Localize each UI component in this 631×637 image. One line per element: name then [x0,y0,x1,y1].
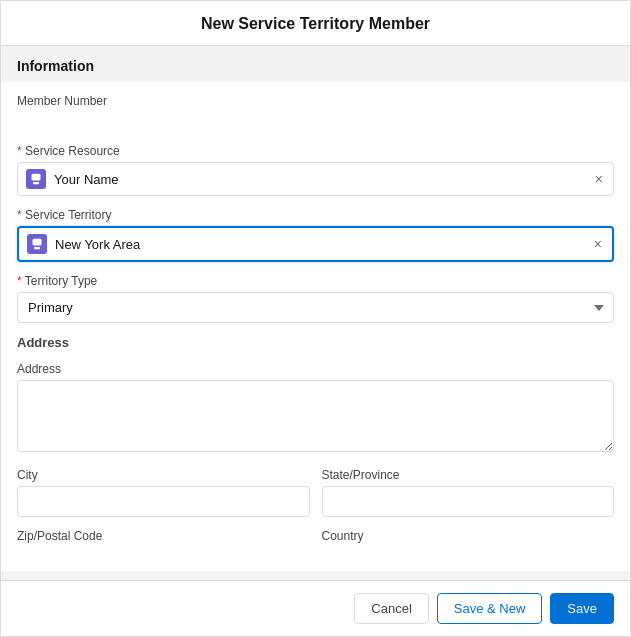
city-field-group: City [17,468,310,517]
country-label: Country [322,529,615,543]
new-service-territory-member-modal: New Service Territory Member Information… [0,0,631,637]
address-field-group: Address [17,362,614,456]
service-resource-label: Service Resource [17,144,614,158]
service-territory-value: New York Area [55,237,592,252]
territory-type-label: Territory Type [17,274,614,288]
address-label: Address [17,362,614,376]
modal-footer: Cancel Save & New Save [1,580,630,636]
territory-type-select-wrapper: Primary Secondary Relocation [17,292,614,323]
svg-rect-0 [32,174,41,181]
service-resource-clear-icon[interactable]: × [593,171,605,187]
service-resource-icon [26,169,46,189]
form-area: Member Number Service Resource Your Name… [1,82,630,571]
city-input[interactable] [17,486,310,517]
city-label: City [17,468,310,482]
person-icon [30,173,42,185]
modal-header: New Service Territory Member [1,1,630,46]
modal-body: Information Member Number Service Resour… [1,46,630,580]
territory-type-select[interactable]: Primary Secondary Relocation [17,292,614,323]
svg-rect-3 [34,247,40,249]
service-territory-icon [27,234,47,254]
service-resource-value: Your Name [54,172,593,187]
service-territory-field-group: Service Territory New York Area × [17,208,614,262]
territory-type-field-group: Territory Type Primary Secondary Relocat… [17,274,614,323]
svg-rect-2 [33,239,42,246]
address-section-label: Address [17,335,614,350]
territory-icon [31,238,43,250]
zip-label: Zip/Postal Code [17,529,310,543]
information-section-header: Information [1,46,630,82]
address-textarea[interactable] [17,380,614,452]
service-resource-input[interactable]: Your Name × [17,162,614,196]
member-number-value [17,112,614,132]
information-section-label: Information [17,58,614,74]
zip-field-group: Zip/Postal Code [17,529,310,547]
state-province-field-group: State/Province [322,468,615,517]
service-territory-clear-icon[interactable]: × [592,236,604,252]
address-section-group: Address [17,335,614,350]
service-resource-field-group: Service Resource Your Name × [17,144,614,196]
save-new-button[interactable]: Save & New [437,593,543,624]
zip-country-row: Zip/Postal Code Country [17,529,614,559]
cancel-button[interactable]: Cancel [354,593,428,624]
save-button[interactable]: Save [550,593,614,624]
member-number-label: Member Number [17,94,614,108]
member-number-field-group: Member Number [17,94,614,132]
state-province-label: State/Province [322,468,615,482]
state-province-input[interactable] [322,486,615,517]
service-territory-input[interactable]: New York Area × [17,226,614,262]
modal-title: New Service Territory Member [17,15,614,33]
svg-rect-1 [33,182,39,184]
city-state-row: City State/Province [17,468,614,529]
country-field-group: Country [322,529,615,547]
service-territory-label: Service Territory [17,208,614,222]
